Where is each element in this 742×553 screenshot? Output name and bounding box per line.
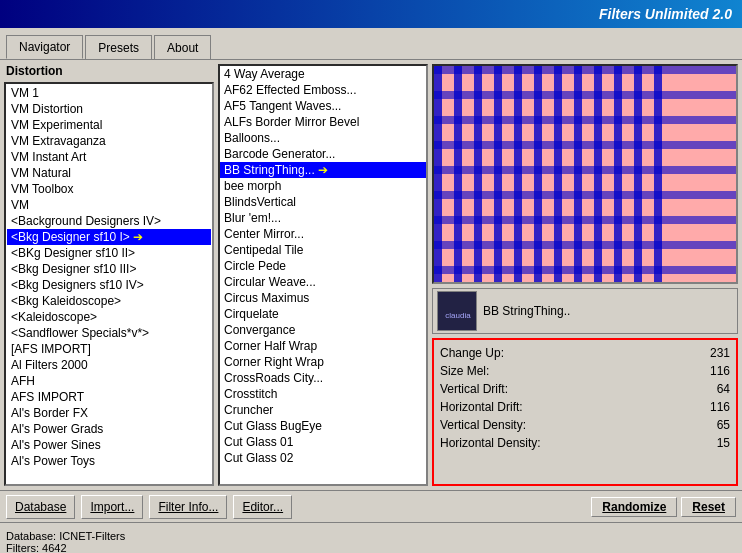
filter-item[interactable]: ALFs Border Mirror Bevel [220,114,426,130]
svg-rect-20 [434,241,736,249]
status-filters-label: Filters: [6,542,39,554]
list-item[interactable]: Al's Power Grads [7,421,211,437]
param-value-size-mel: 116 [700,364,730,378]
distortion-label: Distortion [4,64,214,80]
filter-item[interactable]: AF5 Tangent Waves... [220,98,426,114]
param-row: Horizontal Drift: 116 [440,398,730,416]
param-row: Size Mel: 116 [440,362,730,380]
filter-item[interactable]: Centipedal Tile [220,242,426,258]
filter-item[interactable]: Cut Glass BugEye [220,418,426,434]
svg-rect-17 [434,166,736,174]
list-item[interactable]: Al Filters 2000 [7,357,211,373]
param-value-change-up: 231 [700,346,730,360]
tab-presets[interactable]: Presets [85,35,152,59]
main-content: Distortion VM 1 VM Distortion VM Experim… [0,60,742,490]
list-item[interactable]: Al's Power Sines [7,437,211,453]
preview-filter-name: BB StringThing.. [483,304,570,318]
filter-item[interactable]: Crosstitch [220,386,426,402]
filter-item[interactable]: Balloons... [220,130,426,146]
list-item[interactable]: <Bkg Designers sf10 IV> [7,277,211,293]
param-row: Vertical Drift: 64 [440,380,730,398]
tab-bar: Navigator Presets About [0,28,742,60]
status-filters-value: 4642 [42,542,66,554]
param-label-horiz-density: Horizontal Density: [440,436,541,450]
list-item[interactable]: AFH [7,373,211,389]
param-value-vert-drift: 64 [700,382,730,396]
list-item[interactable]: <BKg Designer sf10 II> [7,245,211,261]
filter-item[interactable]: Circle Pede [220,258,426,274]
filter-item[interactable]: Cut Glass 02 [220,450,426,466]
param-label-change-up: Change Up: [440,346,504,360]
filter-item[interactable]: bee morph [220,178,426,194]
filter-item[interactable]: Circular Weave... [220,274,426,290]
list-item[interactable]: VM Instant Art [7,149,211,165]
filter-item[interactable]: Convergance [220,322,426,338]
svg-rect-16 [434,141,736,149]
import-button[interactable]: Import... [81,495,143,519]
filter-list[interactable]: 4 Way Average AF62 Effected Emboss... AF… [218,64,428,486]
svg-rect-21 [434,266,736,274]
app-window: Filters Unlimited 2.0 Navigator Presets … [0,0,742,553]
list-item[interactable]: <Bkg Designer sf10 III> [7,261,211,277]
svg-text:claudia: claudia [445,311,471,320]
database-button[interactable]: Database [6,495,75,519]
tab-about[interactable]: About [154,35,211,59]
filter-item[interactable]: Circus Maximus [220,290,426,306]
list-item[interactable]: VM Experimental [7,117,211,133]
list-item[interactable]: <Sandflower Specials*v*> [7,325,211,341]
list-item[interactable]: VM [7,197,211,213]
filter-item[interactable]: Corner Half Wrap [220,338,426,354]
title-bar: Filters Unlimited 2.0 [0,0,742,28]
list-item[interactable]: <Kaleidoscope> [7,309,211,325]
filter-item-selected[interactable]: BB StringThing... [220,162,426,178]
list-item[interactable]: Al's Border FX [7,405,211,421]
filter-item[interactable]: Cruncher [220,402,426,418]
param-row: Horizontal Density: 15 [440,434,730,452]
filter-info-button[interactable]: Filter Info... [149,495,227,519]
list-item[interactable]: <Bkg Kaleidoscope> [7,293,211,309]
list-item[interactable]: AFS IMPORT [7,389,211,405]
reset-button[interactable]: Reset [681,497,736,517]
list-item[interactable]: VM Extravaganza [7,133,211,149]
tab-navigator[interactable]: Navigator [6,35,83,59]
svg-rect-15 [434,116,736,124]
list-item[interactable]: [AFS IMPORT] [7,341,211,357]
preview-area [432,64,738,284]
filter-item[interactable]: Center Mirror... [220,226,426,242]
status-database-label: Database: [6,530,56,542]
filter-item[interactable]: Blur 'em!... [220,210,426,226]
bottom-toolbar: Database Import... Filter Info... Editor… [0,490,742,522]
list-item[interactable]: <Background Designers IV> [7,213,211,229]
category-list[interactable]: VM 1 VM Distortion VM Experimental VM Ex… [4,82,214,486]
filter-item[interactable]: Barcode Generator... [220,146,426,162]
params-area: Change Up: 231 Size Mel: 116 Vertical Dr… [432,338,738,486]
param-value-horiz-density: 15 [700,436,730,450]
left-panel: Distortion VM 1 VM Distortion VM Experim… [4,64,214,486]
filter-item[interactable]: 4 Way Average [220,66,426,82]
right-panel: claudia BB StringThing.. Change Up: 231 … [432,64,738,486]
filter-item[interactable]: Cirquelate [220,306,426,322]
randomize-reset-group: Randomize Reset [591,497,736,517]
list-item[interactable]: VM Natural [7,165,211,181]
list-item[interactable]: Al's Power Toys [7,453,211,469]
param-row: Change Up: 231 [440,344,730,362]
status-bar: Database: ICNET-Filters Filters: 4642 [0,522,742,553]
list-item[interactable]: VM Toolbox [7,181,211,197]
filter-item[interactable]: CrossRoads City... [220,370,426,386]
param-label-vert-drift: Vertical Drift: [440,382,508,396]
filter-item[interactable]: Cut Glass 01 [220,434,426,450]
list-item[interactable]: VM 1 [7,85,211,101]
filter-item[interactable]: BlindsVertical [220,194,426,210]
status-database-value: ICNET-Filters [59,530,125,542]
randomize-button[interactable]: Randomize [591,497,677,517]
editor-button[interactable]: Editor... [233,495,292,519]
list-item-selected[interactable]: <Bkg Designer sf10 I> [7,229,211,245]
param-value-horiz-drift: 116 [700,400,730,414]
svg-rect-18 [434,191,736,199]
filter-item[interactable]: AF62 Effected Emboss... [220,82,426,98]
param-label-size-mel: Size Mel: [440,364,489,378]
param-label-vert-density: Vertical Density: [440,418,526,432]
app-title: Filters Unlimited 2.0 [599,6,732,22]
filter-item[interactable]: Corner Right Wrap [220,354,426,370]
list-item[interactable]: VM Distortion [7,101,211,117]
